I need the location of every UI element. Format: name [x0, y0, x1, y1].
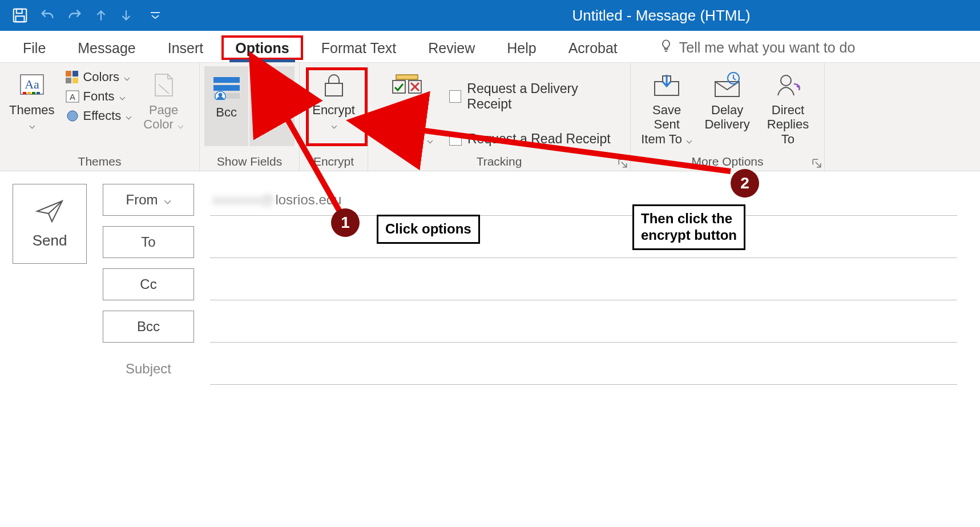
up-arrow-icon[interactable]	[94, 7, 108, 24]
tab-review[interactable]: Review	[412, 33, 491, 62]
svg-rect-10	[66, 71, 71, 77]
dialog-launcher-icon[interactable]	[812, 158, 822, 168]
encrypt-button[interactable]: Encrypt⌵	[308, 66, 360, 134]
field-inputs-column: xxxxxxx@losrios.edu	[210, 184, 980, 385]
group-show-fields: Bcc From Show Fields	[200, 63, 300, 171]
chevron-down-icon: ⌵	[164, 192, 171, 207]
svg-rect-6	[23, 92, 26, 94]
svg-point-26	[277, 77, 281, 81]
down-arrow-icon[interactable]	[119, 7, 134, 24]
tab-insert[interactable]: Insert	[152, 33, 220, 62]
direct-replies-button[interactable]: Direct Replies To	[756, 66, 820, 148]
save-sent-button[interactable]: Save Sent Item To ⌵	[635, 66, 698, 148]
save-sent-label: Save Sent Item To	[641, 103, 682, 146]
svg-point-16	[67, 111, 78, 121]
tell-me-label: Tell me what you want to do	[679, 39, 856, 56]
from-button[interactable]: From	[249, 66, 295, 146]
effects-button[interactable]: Effects⌵	[62, 107, 135, 124]
colors-icon	[66, 71, 79, 83]
undo-icon[interactable]	[39, 7, 56, 23]
group-themes-label: Themes	[5, 152, 195, 170]
fonts-icon: A	[66, 90, 79, 103]
fonts-label: Fonts	[83, 89, 114, 104]
svg-rect-9	[37, 92, 40, 94]
qat-customize-icon[interactable]	[150, 11, 161, 20]
svg-text:Aa: Aa	[25, 77, 39, 91]
chevron-down-icon: ⌵	[119, 90, 126, 103]
cc-input[interactable]	[210, 268, 957, 300]
colors-label: Colors	[83, 70, 119, 85]
tab-acrobat[interactable]: Acrobat	[552, 33, 634, 62]
dialog-launcher-icon[interactable]	[618, 158, 628, 168]
page-color-button[interactable]: Page Color ⌵	[139, 66, 188, 134]
svg-rect-17	[213, 77, 240, 83]
read-receipt-label: Request a Read Receipt	[467, 131, 611, 147]
window-title: Untitled - Message (HTML)	[572, 7, 750, 25]
to-input[interactable]	[210, 226, 957, 258]
delivery-receipt-label: Request a Delivery Receipt	[467, 81, 621, 112]
chevron-down-icon: ⌵	[683, 134, 692, 146]
subject-input[interactable]	[210, 353, 957, 385]
svg-rect-1	[17, 9, 22, 14]
send-button[interactable]: Send	[13, 184, 87, 264]
svg-rect-23	[259, 85, 285, 91]
ribbon-tabs: File Message Insert Options Format Text …	[0, 31, 980, 63]
cc-button[interactable]: Cc	[103, 268, 194, 300]
voting-button[interactable]: Use Voting Buttons ⌵	[373, 66, 441, 148]
title-bar: Untitled - Message (HTML)	[0, 0, 980, 31]
chevron-down-icon: ⌵	[424, 134, 433, 146]
group-encrypt-label: Encrypt	[304, 152, 363, 170]
chevron-down-icon: ⌵	[124, 71, 130, 83]
delay-delivery-button[interactable]: Delay Delivery	[701, 66, 753, 134]
field-buttons-column: From ⌵ To Cc Bcc Subject	[103, 184, 194, 385]
delay-delivery-label: Delay Delivery	[704, 103, 749, 132]
bcc-field-button[interactable]: Bcc	[103, 311, 194, 343]
quick-access-toolbar	[0, 7, 161, 24]
colors-button[interactable]: Colors⌵	[62, 69, 135, 86]
effects-icon	[66, 110, 79, 122]
group-more-options-label: More Options	[635, 152, 820, 170]
send-label: Send	[33, 232, 67, 250]
tab-file[interactable]: File	[7, 33, 62, 62]
effects-label: Effects	[83, 108, 121, 123]
svg-rect-11	[72, 71, 78, 77]
from-value: xxxxxxx@losrios.edu	[210, 184, 957, 216]
chevron-down-icon: ⌵	[29, 119, 35, 131]
voting-label: Use Voting Buttons	[381, 103, 425, 146]
chevron-down-icon: ⌵	[175, 119, 184, 131]
bcc-input[interactable]	[210, 311, 957, 343]
svg-rect-12	[66, 78, 71, 83]
read-receipt-checkbox[interactable]: Request a Read Receipt	[445, 127, 626, 151]
themes-label: Themes	[9, 103, 54, 117]
svg-rect-24	[259, 93, 285, 99]
to-button[interactable]: To	[103, 226, 194, 258]
svg-point-33	[781, 75, 791, 86]
tab-format-text[interactable]: Format Text	[305, 33, 413, 62]
group-show-fields-label: Show Fields	[204, 152, 295, 170]
svg-rect-28	[393, 81, 405, 93]
themes-button[interactable]: Aa Themes⌵	[5, 66, 59, 134]
bcc-button[interactable]: Bcc	[204, 66, 248, 146]
tab-message[interactable]: Message	[62, 33, 151, 62]
redo-icon[interactable]	[66, 7, 83, 23]
svg-rect-18	[213, 85, 240, 91]
ribbon: Aa Themes⌵ Colors⌵ A Fonts⌵ Effects⌵	[0, 63, 980, 171]
save-icon[interactable]	[11, 7, 29, 24]
from-dropdown-button[interactable]: From ⌵	[103, 184, 194, 216]
page-color-label: Page Color	[143, 103, 178, 131]
svg-rect-7	[27, 92, 31, 94]
fonts-button[interactable]: A Fonts⌵	[62, 88, 135, 105]
checkbox-icon	[449, 90, 461, 103]
svg-rect-13	[72, 78, 78, 83]
tell-me-search[interactable]: Tell me what you want to do	[651, 33, 864, 62]
svg-rect-8	[32, 92, 35, 94]
group-tracking: Use Voting Buttons ⌵ Request a Delivery …	[368, 63, 631, 171]
group-more-options: Save Sent Item To ⌵ Delay Delivery Direc…	[631, 63, 825, 171]
group-themes: Aa Themes⌵ Colors⌵ A Fonts⌵ Effects⌵	[0, 63, 200, 171]
tab-options[interactable]: Options	[219, 33, 305, 62]
delivery-receipt-checkbox[interactable]: Request a Delivery Receipt	[445, 77, 626, 116]
from-label: From	[257, 105, 287, 119]
svg-rect-2	[16, 16, 25, 22]
tab-help[interactable]: Help	[491, 33, 552, 62]
checkbox-icon	[449, 133, 462, 146]
